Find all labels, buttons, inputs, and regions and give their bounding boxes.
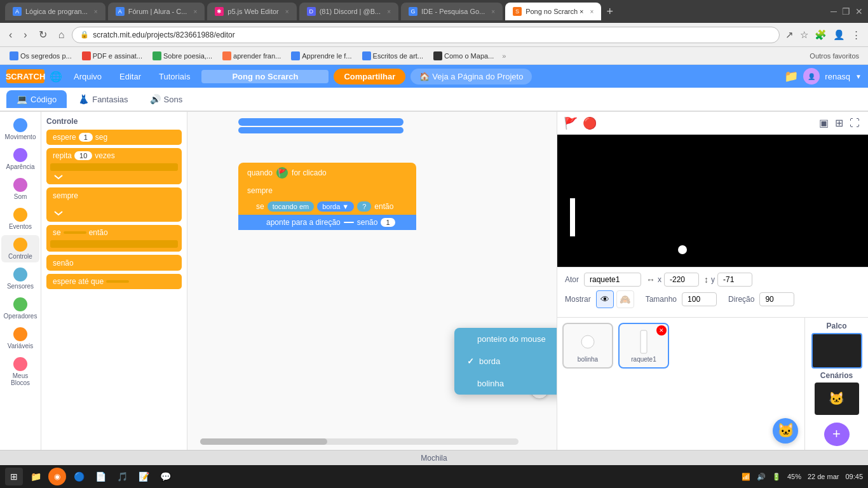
block-espere-ate[interactable]: espere até que <box>46 274 182 289</box>
bookmark-pdf[interactable]: PDF e assinat... <box>78 50 147 62</box>
bookmark-apprendre[interactable]: Apprendre le f... <box>287 50 356 62</box>
tab-close-6[interactable]: × <box>590 8 594 15</box>
category-som[interactable]: Som <box>1 175 39 203</box>
code-scrollbar[interactable] <box>200 438 519 445</box>
code-area[interactable]: quando 🚩 for clicado sempre se tocando e… <box>187 112 557 450</box>
minimize-icon[interactable]: ─ <box>831 6 837 17</box>
bookmark-escritos[interactable]: Escritos de art... <box>358 50 428 62</box>
tab-sons[interactable]: 🔊 Sons <box>140 90 193 108</box>
taskbar-docs[interactable]: 📝 <box>135 468 153 485</box>
bookmark-mapa[interactable]: Como o Mapa... <box>429 50 498 62</box>
tab-scratch[interactable]: S Pong no Scrarch × × <box>505 3 601 20</box>
extensions-icon[interactable]: 🧩 <box>813 27 829 43</box>
sprite-card-bolinha[interactable]: bolinha <box>562 323 613 369</box>
refresh-button[interactable]: ↻ <box>35 26 51 43</box>
share-icon[interactable]: ↗ <box>783 27 796 43</box>
cb-sempre[interactable]: sempre <box>238 183 416 198</box>
username-chevron[interactable]: ▼ <box>855 73 862 80</box>
show-button[interactable]: 👁 <box>596 290 614 308</box>
taskbar-files[interactable]: 📁 <box>27 468 44 485</box>
category-variaveis[interactable]: Variáveis <box>1 325 39 352</box>
tab-alura[interactable]: A Fórum | Alura - C... × <box>108 3 205 20</box>
bookmark-icon[interactable]: ☆ <box>798 27 810 43</box>
tab-ide[interactable]: G IDE - Pesquisa Go... × <box>401 3 503 20</box>
see-project-button[interactable]: 🏠 Veja a Página do Projeto <box>410 69 532 85</box>
globe-icon[interactable]: 🌐 <box>50 71 62 83</box>
tab-fantasias[interactable]: 👗 Fantasias <box>68 90 138 108</box>
menu-editar[interactable]: Editar <box>113 69 147 84</box>
menu-icon[interactable]: ⋮ <box>850 27 863 43</box>
address-bar[interactable]: 🔒 scratch.mit.edu/projects/823661988/edi… <box>72 27 780 43</box>
tab-codigo[interactable]: 💻 Código <box>6 90 67 108</box>
tab-close-5[interactable]: × <box>491 8 495 15</box>
taskbar-spotify[interactable]: 🎵 <box>113 468 131 485</box>
code-block-main[interactable]: quando 🚩 for clicado sempre se tocando e… <box>238 163 416 230</box>
tab-close-1[interactable]: × <box>94 8 98 15</box>
category-meus-blocos[interactable]: Meus Blocos <box>1 355 39 389</box>
taskbar-chrome[interactable]: 🔵 <box>70 468 88 485</box>
x-input[interactable]: -220 <box>664 273 699 287</box>
mochila-bar[interactable]: Mochila <box>0 450 868 465</box>
layout-fullscreen-button[interactable]: ⛶ <box>848 115 862 131</box>
bookmark-poesia[interactable]: Sobre poesia,... <box>148 50 217 62</box>
sprite-card-raquete1[interactable]: ✕ raquete1 <box>618 323 669 369</box>
bookmark-outros[interactable]: Outros favoritos <box>806 51 863 61</box>
direction-input[interactable]: 90 <box>759 292 794 306</box>
close-icon[interactable]: ✕ <box>855 6 863 17</box>
scratch-logo[interactable]: SCRATCH <box>6 69 44 83</box>
palco-thumbnail[interactable] <box>811 333 862 369</box>
taskbar-browser[interactable]: ◉ <box>48 468 66 485</box>
block-senao[interactable]: senão <box>46 255 182 271</box>
layout-small-button[interactable]: ▣ <box>817 115 831 131</box>
cb-blue-bottom[interactable] <box>238 127 403 133</box>
tab-close-2[interactable]: × <box>193 8 197 15</box>
category-sensores[interactable]: Sensores <box>1 265 39 292</box>
code-block-top[interactable] <box>238 118 403 133</box>
cb-quando[interactable]: quando 🚩 for clicado <box>238 163 416 183</box>
green-flag-button[interactable]: 🚩 <box>564 116 578 130</box>
forward-button[interactable]: › <box>20 27 31 43</box>
home-button[interactable]: ⌂ <box>55 27 69 43</box>
borda-dropdown-trigger[interactable]: borda ▼ <box>317 201 354 212</box>
tab-logica[interactable]: A Lógica de progran... × <box>5 3 105 20</box>
sprite-delete-button[interactable]: ✕ <box>656 325 667 336</box>
taskbar-files2[interactable]: 📄 <box>92 468 109 485</box>
menu-tutoriais[interactable]: Tutoriais <box>153 69 196 84</box>
layout-normal-button[interactable]: ⊞ <box>833 115 845 131</box>
folder-icon[interactable]: 📁 <box>784 69 798 83</box>
hide-button[interactable]: 🙈 <box>616 290 634 308</box>
add-backdrop-button[interactable]: + <box>824 423 850 446</box>
dropdown-item-ponteiro[interactable]: ponteiro do mouse <box>454 328 557 350</box>
new-tab-button[interactable]: + <box>606 5 613 18</box>
actor-name-input[interactable]: raquete1 <box>584 273 641 287</box>
taskbar-whatsapp[interactable]: 💬 <box>156 468 174 485</box>
tab-close-4[interactable]: × <box>387 8 391 15</box>
category-controle[interactable]: Controle <box>1 235 39 262</box>
bookmark-frances[interactable]: aprender fran... <box>218 50 285 62</box>
stop-button[interactable]: 🔴 <box>583 116 597 130</box>
add-sprite-button[interactable]: 🐱 <box>773 418 798 444</box>
taskbar-start[interactable]: ⊞ <box>5 468 23 485</box>
share-button[interactable]: Compartilhar <box>334 69 405 85</box>
dropdown-item-bolinha[interactable]: bolinha <box>454 372 557 395</box>
category-movimento[interactable]: Movimento <box>1 116 39 143</box>
category-operadores[interactable]: Operadores <box>1 295 39 322</box>
category-eventos[interactable]: Eventos <box>1 205 39 233</box>
username-label[interactable]: renasq <box>825 72 850 81</box>
restore-icon[interactable]: ❐ <box>842 6 850 17</box>
menu-arquivo[interactable]: Arquivo <box>67 69 108 84</box>
cb-blue-top[interactable] <box>238 118 403 126</box>
block-sempre[interactable]: sempre <box>46 187 182 222</box>
y-input[interactable]: -71 <box>717 273 752 287</box>
cb-aponte[interactable]: aponte para a direção senão 1 <box>238 215 416 230</box>
block-espere[interactable]: espere 1 seg <box>46 130 182 145</box>
block-repita[interactable]: repita 10 vezes <box>46 148 182 184</box>
profile-icon[interactable]: 👤 <box>831 27 847 43</box>
category-aparencia[interactable]: Aparência <box>1 146 39 173</box>
block-se-entao[interactable]: se então <box>46 225 182 252</box>
tab-p5js[interactable]: ✱ p5.js Web Editor × <box>207 3 296 20</box>
tab-discord[interactable]: D (81) Discord | @B... × <box>299 3 398 20</box>
dropdown-item-borda[interactable]: borda <box>454 350 557 372</box>
cb-se-borda[interactable]: se tocando em borda ▼ ? então <box>238 198 416 215</box>
tab-close-3[interactable]: × <box>285 8 289 15</box>
